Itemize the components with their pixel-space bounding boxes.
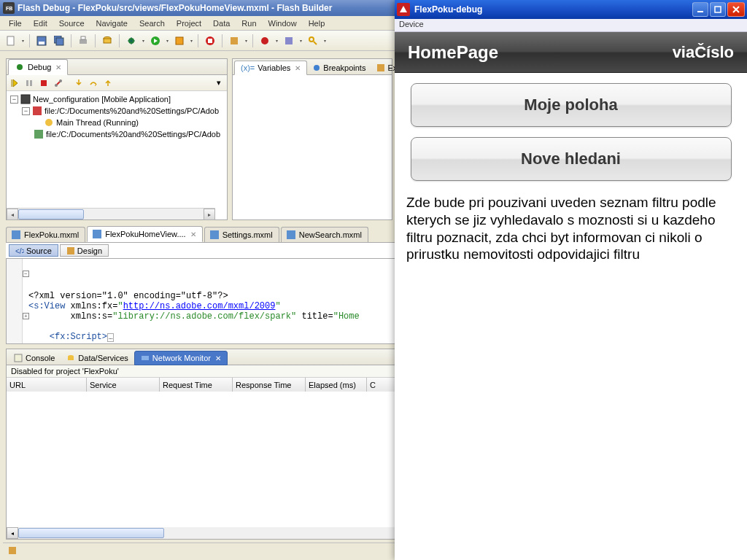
design-tab[interactable]: Design	[60, 244, 109, 257]
svg-point-17	[261, 37, 268, 44]
source-tab[interactable]: </> Source	[9, 244, 58, 257]
editor-tab[interactable]: NewSearch.mxml	[281, 227, 368, 242]
editor-tab[interactable]: Settings.mxml	[204, 227, 279, 242]
tool-icon[interactable]	[226, 33, 242, 49]
step-into-icon[interactable]	[72, 77, 85, 90]
close-icon[interactable]: ✕	[295, 64, 301, 72]
search-icon[interactable]	[305, 33, 321, 49]
scroll-right-icon[interactable]: ▸	[204, 209, 215, 220]
tree-row: − file:/C:/Documents%20and%20Settings/PC…	[9, 105, 225, 117]
step-return-icon[interactable]	[101, 77, 115, 90]
run-button[interactable]	[147, 33, 163, 49]
svg-rect-35	[210, 230, 219, 239]
fold-icon[interactable]: +	[23, 313, 29, 319]
scroll-thumb[interactable]	[18, 209, 84, 219]
col-elapsed[interactable]: Elapsed (ms)	[306, 378, 367, 392]
terminate-icon[interactable]	[37, 77, 50, 90]
close-icon[interactable]: ✕	[215, 354, 221, 362]
col-response-time[interactable]: Response Time	[233, 378, 306, 392]
disconnect-icon[interactable]	[52, 77, 65, 90]
dropdown-arrow-icon[interactable]: ▾	[322, 33, 328, 49]
debug-panel: Debug ✕ ▾ − New_configur	[6, 58, 228, 220]
svg-rect-27	[21, 95, 30, 104]
dropdown-arrow-icon[interactable]: ▾	[274, 33, 279, 49]
dropdown-arrow-icon[interactable]: ▾	[20, 33, 26, 49]
save-all-button[interactable]	[51, 33, 67, 49]
moje-poloha-button[interactable]: Moje poloha	[411, 83, 732, 127]
stop-button[interactable]	[202, 33, 218, 49]
fold-icon[interactable]: −	[23, 271, 29, 277]
menu-data[interactable]: Data	[207, 18, 236, 29]
menu-window[interactable]: Window	[263, 18, 303, 29]
menu-source[interactable]: Source	[53, 18, 90, 29]
air-titlebar[interactable]: FlexPoku-debug	[395, 0, 747, 19]
mxml-icon	[11, 230, 21, 240]
scroll-thumb[interactable]	[18, 528, 164, 538]
tab-variables[interactable]: (x)= Variables ✕	[234, 61, 307, 75]
col-url[interactable]: URL	[7, 378, 87, 392]
new-button[interactable]	[3, 33, 19, 49]
nove-hledani-button[interactable]: Nove hledani	[411, 137, 732, 181]
scroll-left-icon[interactable]: ◂	[7, 209, 18, 220]
menu-project[interactable]: Project	[171, 18, 207, 29]
tab-debug[interactable]: Debug ✕	[8, 59, 68, 75]
close-icon[interactable]: ✕	[55, 63, 61, 71]
svg-rect-45	[715, 7, 721, 12]
collapse-icon[interactable]: −	[10, 96, 18, 104]
col-request-time[interactable]: Request Time	[160, 378, 233, 392]
tab-network-monitor[interactable]: Network Monitor ✕	[134, 351, 228, 365]
editor-tab[interactable]: FlexPokuHomeView.... ✕	[87, 226, 202, 242]
tab-data-services[interactable]: Data/Services	[61, 351, 133, 365]
tree-label[interactable]: file:/C:/Documents%20and%20Settings/PC/A…	[44, 106, 219, 115]
dropdown-arrow-icon[interactable]: ▾	[298, 33, 303, 49]
tree-label[interactable]: file:/C:/Documents%20and%20Settings/PC/A…	[46, 130, 220, 139]
menu-edit[interactable]: Edit	[28, 18, 53, 29]
close-button[interactable]	[727, 2, 745, 17]
menu-device[interactable]: Device	[399, 20, 424, 28]
header-right-label[interactable]: viaČíslo	[673, 43, 734, 62]
debug-button[interactable]	[123, 33, 139, 49]
svg-rect-8	[81, 36, 85, 39]
scrollbar-horizontal[interactable]: ◂ ▸	[7, 208, 215, 219]
debug-tree[interactable]: − New_configuration [Mobile Application]…	[7, 91, 227, 206]
svg-rect-42	[142, 356, 149, 360]
menu-help[interactable]: Help	[303, 18, 331, 29]
tool-icon[interactable]	[281, 33, 297, 49]
tool-icon[interactable]	[257, 33, 273, 49]
collapse-icon[interactable]: −	[22, 107, 30, 115]
mxml-icon	[209, 230, 220, 240]
tab-label: Design	[77, 246, 102, 255]
step-over-icon[interactable]	[87, 77, 100, 90]
profile-button[interactable]	[171, 33, 187, 49]
print-button[interactable]	[75, 33, 91, 49]
svg-rect-39	[15, 354, 22, 362]
scroll-left-icon[interactable]: ◂	[7, 527, 18, 539]
dropdown-arrow-icon[interactable]: ▾	[189, 33, 194, 49]
tree-label[interactable]: Main Thread (Running)	[56, 118, 139, 127]
dropdown-arrow-icon[interactable]: ▾	[165, 33, 170, 49]
editor-tab[interactable]: FlexPoku.mxml	[6, 227, 85, 242]
tab-breakpoints[interactable]: Breakpoints	[307, 61, 371, 74]
menu-search[interactable]: Search	[133, 18, 171, 29]
pause-icon[interactable]	[23, 77, 36, 90]
col-service[interactable]: Service	[87, 378, 160, 392]
tab-console[interactable]: Console	[8, 351, 61, 365]
menu-dropdown-icon[interactable]: ▾	[212, 77, 225, 90]
tab-label: FlexPoku.mxml	[24, 230, 79, 239]
menu-navigate[interactable]: Navigate	[90, 18, 133, 29]
dropdown-arrow-icon[interactable]: ▾	[244, 33, 249, 49]
dropdown-arrow-icon[interactable]: ▾	[141, 33, 146, 49]
svg-rect-2	[7, 36, 14, 45]
svg-rect-6	[56, 38, 63, 45]
menu-file[interactable]: File	[3, 18, 28, 29]
tree-label[interactable]: New_configuration [Mobile Application]	[33, 95, 171, 104]
tab-label: Debug	[28, 63, 51, 71]
menu-run[interactable]: Run	[236, 18, 262, 29]
svg-point-21	[17, 64, 23, 70]
close-icon[interactable]: ✕	[190, 230, 196, 238]
minimize-button[interactable]	[692, 2, 708, 17]
maximize-button[interactable]	[710, 2, 726, 17]
resume-icon[interactable]	[8, 77, 21, 90]
db-icon[interactable]	[99, 33, 115, 49]
save-button[interactable]	[34, 33, 50, 49]
